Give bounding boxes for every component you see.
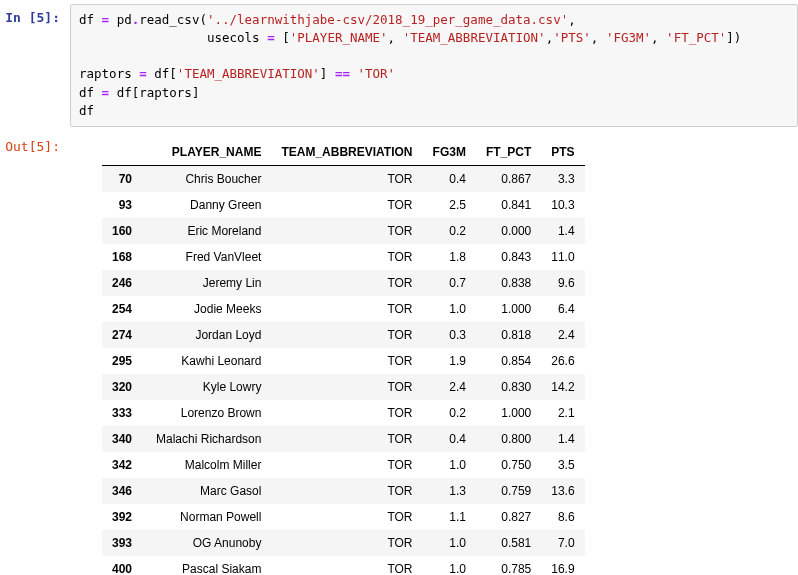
cell: Kyle Lowry bbox=[146, 374, 271, 400]
cell: Danny Green bbox=[146, 192, 271, 218]
table-row: 168Fred VanVleetTOR1.80.84311.0 bbox=[102, 244, 585, 270]
cell: 0.2 bbox=[423, 400, 476, 426]
cell: 10.3 bbox=[541, 192, 584, 218]
cell: TOR bbox=[271, 218, 422, 244]
table-header-row: PLAYER_NAME TEAM_ABBREVIATION FG3M FT_PC… bbox=[102, 139, 585, 166]
cell: 0.2 bbox=[423, 218, 476, 244]
cell: Fred VanVleet bbox=[146, 244, 271, 270]
table-row: 400Pascal SiakamTOR1.00.78516.9 bbox=[102, 556, 585, 575]
cell: 26.6 bbox=[541, 348, 584, 374]
cell: TOR bbox=[271, 322, 422, 348]
table-row: 340Malachi RichardsonTOR0.40.8001.4 bbox=[102, 426, 585, 452]
col-header: FT_PCT bbox=[476, 139, 541, 166]
cell: Marc Gasol bbox=[146, 478, 271, 504]
cell: 0.800 bbox=[476, 426, 541, 452]
cell: 13.6 bbox=[541, 478, 584, 504]
cell: Norman Powell bbox=[146, 504, 271, 530]
cell: Malcolm Miller bbox=[146, 452, 271, 478]
cell: 1.0 bbox=[423, 296, 476, 322]
table-row: 392Norman PowellTOR1.10.8278.6 bbox=[102, 504, 585, 530]
dataframe-table: PLAYER_NAME TEAM_ABBREVIATION FG3M FT_PC… bbox=[102, 139, 585, 575]
row-index: 333 bbox=[102, 400, 146, 426]
cell: 0.854 bbox=[476, 348, 541, 374]
cell: 1.000 bbox=[476, 296, 541, 322]
cell: TOR bbox=[271, 400, 422, 426]
cell: 1.1 bbox=[423, 504, 476, 530]
row-index: 346 bbox=[102, 478, 146, 504]
table-row: 295Kawhi LeonardTOR1.90.85426.6 bbox=[102, 348, 585, 374]
row-index: 340 bbox=[102, 426, 146, 452]
table-row: 246Jeremy LinTOR0.70.8389.6 bbox=[102, 270, 585, 296]
table-row: 333Lorenzo BrownTOR0.21.0002.1 bbox=[102, 400, 585, 426]
cell: Malachi Richardson bbox=[146, 426, 271, 452]
cell: TOR bbox=[271, 244, 422, 270]
table-row: 70Chris BoucherTOR0.40.8673.3 bbox=[102, 165, 585, 192]
row-index: 160 bbox=[102, 218, 146, 244]
cell: TOR bbox=[271, 530, 422, 556]
cell: 0.581 bbox=[476, 530, 541, 556]
col-header: TEAM_ABBREVIATION bbox=[271, 139, 422, 166]
cell: 14.2 bbox=[541, 374, 584, 400]
cell: 1.8 bbox=[423, 244, 476, 270]
table-row: 342Malcolm MillerTOR1.00.7503.5 bbox=[102, 452, 585, 478]
cell: TOR bbox=[271, 374, 422, 400]
row-index: 320 bbox=[102, 374, 146, 400]
cell: OG Anunoby bbox=[146, 530, 271, 556]
row-index: 400 bbox=[102, 556, 146, 575]
cell: 0.759 bbox=[476, 478, 541, 504]
index-header bbox=[102, 139, 146, 166]
cell: Jordan Loyd bbox=[146, 322, 271, 348]
out-prompt: Out[5]: bbox=[0, 133, 70, 154]
row-index: 70 bbox=[102, 165, 146, 192]
row-index: 342 bbox=[102, 452, 146, 478]
output-cell: Out[5]: PLAYER_NAME TEAM_ABBREVIATION FG… bbox=[0, 129, 798, 575]
cell: 1.0 bbox=[423, 556, 476, 575]
cell: TOR bbox=[271, 270, 422, 296]
cell: 0.841 bbox=[476, 192, 541, 218]
col-header: PLAYER_NAME bbox=[146, 139, 271, 166]
row-index: 393 bbox=[102, 530, 146, 556]
cell: Jeremy Lin bbox=[146, 270, 271, 296]
cell: 3.5 bbox=[541, 452, 584, 478]
code-input[interactable]: df = pd.read_csv('../learnwithjabe-csv/2… bbox=[70, 4, 798, 127]
cell: Kawhi Leonard bbox=[146, 348, 271, 374]
cell: 16.9 bbox=[541, 556, 584, 575]
cell: TOR bbox=[271, 426, 422, 452]
row-index: 246 bbox=[102, 270, 146, 296]
cell: TOR bbox=[271, 165, 422, 192]
table-row: 93Danny GreenTOR2.50.84110.3 bbox=[102, 192, 585, 218]
table-row: 254Jodie MeeksTOR1.01.0006.4 bbox=[102, 296, 585, 322]
row-index: 168 bbox=[102, 244, 146, 270]
row-index: 93 bbox=[102, 192, 146, 218]
row-index: 295 bbox=[102, 348, 146, 374]
table-row: 346Marc GasolTOR1.30.75913.6 bbox=[102, 478, 585, 504]
in-prompt: In [5]: bbox=[0, 4, 70, 25]
row-index: 274 bbox=[102, 322, 146, 348]
cell: 2.1 bbox=[541, 400, 584, 426]
table-row: 320Kyle LowryTOR2.40.83014.2 bbox=[102, 374, 585, 400]
code-block: df = pd.read_csv('../learnwithjabe-csv/2… bbox=[79, 11, 789, 120]
output-area: PLAYER_NAME TEAM_ABBREVIATION FG3M FT_PC… bbox=[70, 133, 798, 575]
table-row: 274Jordan LoydTOR0.30.8182.4 bbox=[102, 322, 585, 348]
cell: TOR bbox=[271, 296, 422, 322]
cell: 1.0 bbox=[423, 452, 476, 478]
cell: TOR bbox=[271, 478, 422, 504]
cell: 0.7 bbox=[423, 270, 476, 296]
table-row: 160Eric MorelandTOR0.20.0001.4 bbox=[102, 218, 585, 244]
cell: TOR bbox=[271, 192, 422, 218]
cell: 0.843 bbox=[476, 244, 541, 270]
cell: 7.0 bbox=[541, 530, 584, 556]
cell: 0.4 bbox=[423, 165, 476, 192]
cell: 9.6 bbox=[541, 270, 584, 296]
cell: 6.4 bbox=[541, 296, 584, 322]
cell: 2.4 bbox=[541, 322, 584, 348]
cell: Lorenzo Brown bbox=[146, 400, 271, 426]
col-header: PTS bbox=[541, 139, 584, 166]
cell: TOR bbox=[271, 556, 422, 575]
cell: Chris Boucher bbox=[146, 165, 271, 192]
cell: 11.0 bbox=[541, 244, 584, 270]
cell: 1.3 bbox=[423, 478, 476, 504]
cell: 2.4 bbox=[423, 374, 476, 400]
cell: 2.5 bbox=[423, 192, 476, 218]
cell: TOR bbox=[271, 452, 422, 478]
